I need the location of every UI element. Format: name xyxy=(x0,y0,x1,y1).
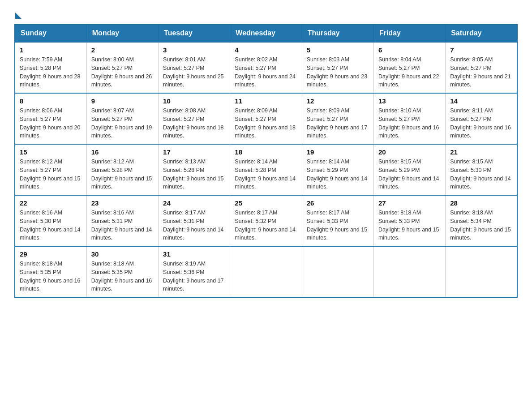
day-number: 21 xyxy=(450,148,512,156)
day-info: Sunrise: 8:13 AMSunset: 5:28 PMDaylight:… xyxy=(163,158,225,191)
day-info: Sunrise: 8:14 AMSunset: 5:29 PMDaylight:… xyxy=(307,158,369,191)
day-info: Sunrise: 8:12 AMSunset: 5:28 PMDaylight:… xyxy=(91,158,154,191)
day-info: Sunrise: 8:07 AMSunset: 5:27 PMDaylight:… xyxy=(91,107,154,140)
calendar-body: 1Sunrise: 7:59 AMSunset: 5:28 PMDaylight… xyxy=(15,42,517,297)
day-number: 18 xyxy=(235,148,297,156)
weekday-header-thursday: Thursday xyxy=(302,25,373,43)
calendar-cell: 5Sunrise: 8:03 AMSunset: 5:27 PMDaylight… xyxy=(302,42,373,93)
week-row-2: 8Sunrise: 8:06 AMSunset: 5:27 PMDaylight… xyxy=(15,93,517,144)
calendar-cell: 24Sunrise: 8:17 AMSunset: 5:31 PMDayligh… xyxy=(159,195,230,246)
logo xyxy=(14,11,22,19)
calendar-cell: 11Sunrise: 8:09 AMSunset: 5:27 PMDayligh… xyxy=(230,93,302,144)
calendar-cell: 13Sunrise: 8:10 AMSunset: 5:27 PMDayligh… xyxy=(373,93,445,144)
day-info: Sunrise: 8:18 AMSunset: 5:33 PMDaylight:… xyxy=(378,209,441,242)
day-number: 17 xyxy=(163,148,225,156)
day-info: Sunrise: 8:02 AMSunset: 5:27 PMDaylight:… xyxy=(235,56,297,89)
day-info: Sunrise: 8:19 AMSunset: 5:36 PMDaylight:… xyxy=(163,260,225,293)
day-info: Sunrise: 8:06 AMSunset: 5:27 PMDaylight:… xyxy=(20,107,82,140)
day-number: 12 xyxy=(307,97,369,105)
calendar-cell: 28Sunrise: 8:18 AMSunset: 5:34 PMDayligh… xyxy=(446,195,517,246)
day-number: 26 xyxy=(307,199,369,207)
calendar-cell: 6Sunrise: 8:04 AMSunset: 5:27 PMDaylight… xyxy=(373,42,445,93)
calendar-cell xyxy=(230,246,302,297)
day-info: Sunrise: 7:59 AMSunset: 5:28 PMDaylight:… xyxy=(20,56,82,89)
weekday-header-wednesday: Wednesday xyxy=(230,25,302,43)
calendar-cell: 23Sunrise: 8:16 AMSunset: 5:31 PMDayligh… xyxy=(86,195,158,246)
day-info: Sunrise: 8:04 AMSunset: 5:27 PMDaylight:… xyxy=(378,56,441,89)
day-info: Sunrise: 8:08 AMSunset: 5:27 PMDaylight:… xyxy=(163,107,225,140)
day-info: Sunrise: 8:10 AMSunset: 5:27 PMDaylight:… xyxy=(378,107,441,140)
calendar-cell: 30Sunrise: 8:18 AMSunset: 5:35 PMDayligh… xyxy=(86,246,158,297)
calendar-cell: 20Sunrise: 8:15 AMSunset: 5:29 PMDayligh… xyxy=(373,144,445,195)
day-number: 3 xyxy=(163,46,225,54)
day-number: 2 xyxy=(91,46,154,54)
calendar-header: SundayMondayTuesdayWednesdayThursdayFrid… xyxy=(15,25,517,43)
calendar-cell: 19Sunrise: 8:14 AMSunset: 5:29 PMDayligh… xyxy=(302,144,373,195)
day-number: 7 xyxy=(450,46,512,54)
day-number: 11 xyxy=(235,97,297,105)
calendar-cell: 7Sunrise: 8:05 AMSunset: 5:27 PMDaylight… xyxy=(446,42,517,93)
day-number: 23 xyxy=(91,199,154,207)
weekday-header-sunday: Sunday xyxy=(15,25,86,43)
day-number: 15 xyxy=(20,148,82,156)
day-info: Sunrise: 8:15 AMSunset: 5:30 PMDaylight:… xyxy=(450,158,512,191)
day-number: 22 xyxy=(20,199,82,207)
calendar-cell xyxy=(446,246,517,297)
weekday-header-friday: Friday xyxy=(373,25,445,43)
logo-triangle-icon xyxy=(15,13,21,19)
calendar-cell: 21Sunrise: 8:15 AMSunset: 5:30 PMDayligh… xyxy=(446,144,517,195)
day-info: Sunrise: 8:15 AMSunset: 5:29 PMDaylight:… xyxy=(378,158,441,191)
day-info: Sunrise: 8:05 AMSunset: 5:27 PMDaylight:… xyxy=(450,56,512,89)
day-number: 6 xyxy=(378,46,441,54)
day-number: 5 xyxy=(307,46,369,54)
calendar-cell: 14Sunrise: 8:11 AMSunset: 5:27 PMDayligh… xyxy=(446,93,517,144)
calendar-cell xyxy=(373,246,445,297)
calendar-cell: 4Sunrise: 8:02 AMSunset: 5:27 PMDaylight… xyxy=(230,42,302,93)
weekday-header-tuesday: Tuesday xyxy=(159,25,230,43)
day-number: 10 xyxy=(163,97,225,105)
day-info: Sunrise: 8:16 AMSunset: 5:31 PMDaylight:… xyxy=(91,209,154,242)
day-number: 4 xyxy=(235,46,297,54)
day-number: 24 xyxy=(163,199,225,207)
day-number: 31 xyxy=(163,250,225,258)
day-info: Sunrise: 8:16 AMSunset: 5:30 PMDaylight:… xyxy=(20,209,82,242)
weekday-header-row: SundayMondayTuesdayWednesdayThursdayFrid… xyxy=(15,25,517,43)
day-number: 29 xyxy=(20,250,82,258)
day-number: 20 xyxy=(378,148,441,156)
calendar-cell xyxy=(302,246,373,297)
calendar-cell: 15Sunrise: 8:12 AMSunset: 5:27 PMDayligh… xyxy=(15,144,86,195)
day-number: 25 xyxy=(235,199,297,207)
calendar-cell: 8Sunrise: 8:06 AMSunset: 5:27 PMDaylight… xyxy=(15,93,86,144)
day-number: 14 xyxy=(450,97,512,105)
calendar-cell: 25Sunrise: 8:17 AMSunset: 5:32 PMDayligh… xyxy=(230,195,302,246)
calendar-cell: 12Sunrise: 8:09 AMSunset: 5:27 PMDayligh… xyxy=(302,93,373,144)
calendar-cell: 1Sunrise: 7:59 AMSunset: 5:28 PMDaylight… xyxy=(15,42,86,93)
calendar-cell: 31Sunrise: 8:19 AMSunset: 5:36 PMDayligh… xyxy=(159,246,230,297)
weekday-header-saturday: Saturday xyxy=(446,25,517,43)
week-row-4: 22Sunrise: 8:16 AMSunset: 5:30 PMDayligh… xyxy=(15,195,517,246)
calendar-cell: 29Sunrise: 8:18 AMSunset: 5:35 PMDayligh… xyxy=(15,246,86,297)
calendar-cell: 16Sunrise: 8:12 AMSunset: 5:28 PMDayligh… xyxy=(86,144,158,195)
day-number: 27 xyxy=(378,199,441,207)
calendar-cell: 2Sunrise: 8:00 AMSunset: 5:27 PMDaylight… xyxy=(86,42,158,93)
day-info: Sunrise: 8:18 AMSunset: 5:35 PMDaylight:… xyxy=(20,260,82,293)
day-number: 28 xyxy=(450,199,512,207)
calendar-cell: 17Sunrise: 8:13 AMSunset: 5:28 PMDayligh… xyxy=(159,144,230,195)
calendar-cell: 27Sunrise: 8:18 AMSunset: 5:33 PMDayligh… xyxy=(373,195,445,246)
week-row-1: 1Sunrise: 7:59 AMSunset: 5:28 PMDaylight… xyxy=(15,42,517,93)
day-info: Sunrise: 8:18 AMSunset: 5:35 PMDaylight:… xyxy=(91,260,154,293)
day-number: 9 xyxy=(91,97,154,105)
day-info: Sunrise: 8:17 AMSunset: 5:33 PMDaylight:… xyxy=(307,209,369,242)
day-number: 13 xyxy=(378,97,441,105)
day-info: Sunrise: 8:18 AMSunset: 5:34 PMDaylight:… xyxy=(450,209,512,242)
day-info: Sunrise: 8:11 AMSunset: 5:27 PMDaylight:… xyxy=(450,107,512,140)
logo-area xyxy=(14,11,22,19)
day-number: 19 xyxy=(307,148,369,156)
calendar-cell: 22Sunrise: 8:16 AMSunset: 5:30 PMDayligh… xyxy=(15,195,86,246)
day-info: Sunrise: 8:12 AMSunset: 5:27 PMDaylight:… xyxy=(20,158,82,191)
weekday-header-monday: Monday xyxy=(86,25,158,43)
day-number: 1 xyxy=(20,46,82,54)
calendar-cell: 18Sunrise: 8:14 AMSunset: 5:28 PMDayligh… xyxy=(230,144,302,195)
calendar-cell: 3Sunrise: 8:01 AMSunset: 5:27 PMDaylight… xyxy=(159,42,230,93)
day-info: Sunrise: 8:09 AMSunset: 5:27 PMDaylight:… xyxy=(307,107,369,140)
